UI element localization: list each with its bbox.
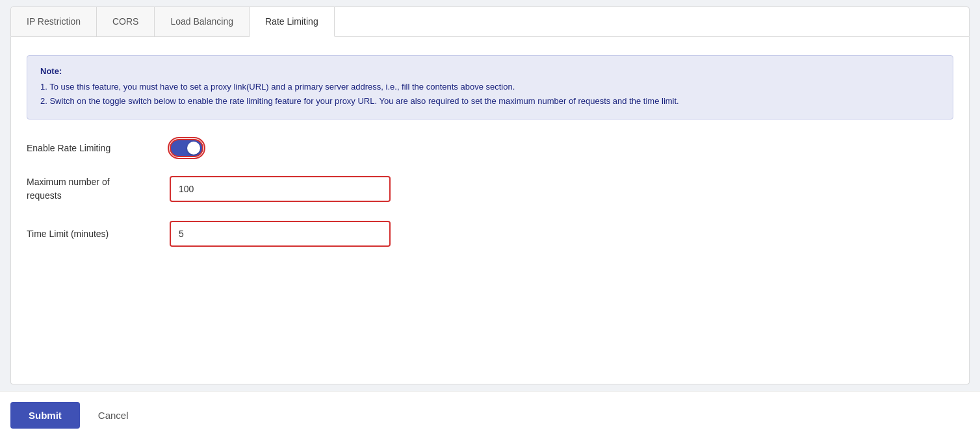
max-requests-input[interactable] (170, 176, 391, 202)
note-item-2: 2. Switch on the toggle switch below to … (40, 94, 940, 108)
toggle-knob (187, 142, 200, 155)
tab-cors[interactable]: CORS (97, 7, 155, 36)
bottom-bar: Submit Cancel (0, 391, 980, 439)
content-panel: Note: 1. To use this feature, you must h… (10, 37, 970, 384)
rate-limiting-toggle[interactable] (170, 139, 203, 157)
note-item-1: 1. To use this feature, you must have to… (40, 80, 940, 94)
tab-ip-restriction[interactable]: IP Restriction (11, 7, 97, 36)
note-box: Note: 1. To use this feature, you must h… (27, 55, 953, 119)
submit-button[interactable]: Submit (10, 402, 80, 429)
time-limit-input[interactable] (170, 221, 391, 247)
time-limit-label: Time Limit (minutes) (27, 227, 170, 241)
cancel-button[interactable]: Cancel (88, 402, 139, 429)
max-requests-label: Maximum number of requests (27, 175, 170, 203)
toggle-wrapper (170, 139, 203, 157)
time-limit-row: Time Limit (minutes) (27, 221, 953, 247)
tab-load-balancing[interactable]: Load Balancing (155, 7, 250, 36)
note-title: Note: (40, 66, 940, 76)
enable-label: Enable Rate Limiting (27, 142, 170, 155)
enable-rate-limiting-row: Enable Rate Limiting (27, 139, 953, 157)
tab-rate-limiting[interactable]: Rate Limiting (250, 7, 335, 37)
tab-bar: IP Restriction CORS Load Balancing Rate … (10, 6, 970, 37)
max-requests-row: Maximum number of requests (27, 175, 953, 203)
main-container: IP Restriction CORS Load Balancing Rate … (0, 0, 980, 391)
